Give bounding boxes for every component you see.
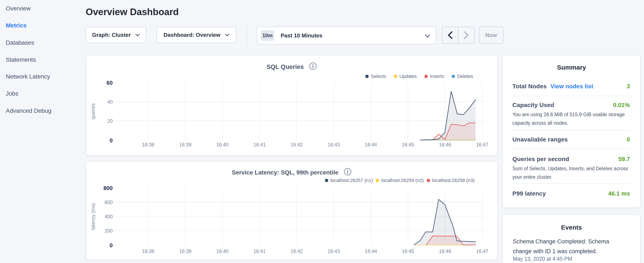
svg-text:16:41: 16:41 (254, 142, 266, 147)
svg-text:0: 0 (110, 137, 113, 144)
svg-text:latency (ms): latency (ms) (90, 203, 96, 230)
svg-text:20: 20 (107, 118, 113, 124)
svg-text:16:43: 16:43 (328, 248, 340, 254)
svg-text:16:39: 16:39 (179, 142, 192, 147)
svg-text:16:47: 16:47 (476, 248, 488, 254)
svg-text:16:42: 16:42 (290, 142, 303, 147)
svg-text:16:41: 16:41 (254, 248, 266, 254)
svg-text:600: 600 (104, 200, 113, 205)
svg-text:16:38: 16:38 (142, 142, 154, 147)
svg-text:40: 40 (107, 99, 113, 105)
svg-text:16:40: 16:40 (216, 248, 228, 254)
svg-text:60: 60 (106, 80, 113, 86)
svg-text:16:45: 16:45 (402, 248, 414, 254)
svg-text:16:38: 16:38 (142, 248, 154, 254)
svg-text:16:47: 16:47 (476, 142, 488, 147)
svg-text:16:40: 16:40 (216, 142, 228, 147)
svg-text:16:44: 16:44 (365, 142, 377, 147)
svg-text:16:46: 16:46 (439, 142, 451, 147)
svg-text:0: 0 (110, 242, 113, 248)
svg-text:800: 800 (104, 185, 113, 191)
svg-text:16:46: 16:46 (439, 248, 451, 254)
svg-text:200: 200 (104, 228, 113, 234)
svg-text:16:39: 16:39 (179, 248, 192, 254)
svg-text:16:42: 16:42 (290, 248, 303, 254)
svg-text:16:45: 16:45 (402, 142, 414, 147)
svg-text:queries: queries (90, 103, 96, 119)
svg-text:16:44: 16:44 (365, 248, 377, 254)
svg-text:16:43: 16:43 (328, 142, 340, 147)
svg-text:400: 400 (104, 214, 113, 219)
